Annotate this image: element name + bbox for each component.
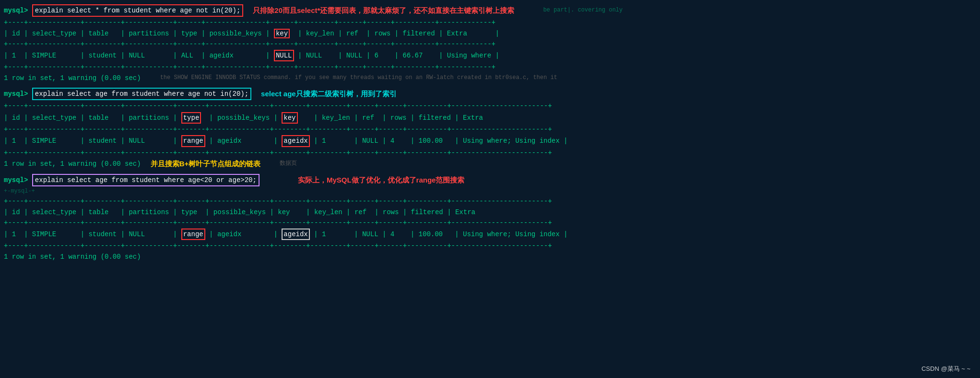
result-1: 1 row in set, 1 warning (0.00 sec) the S…: [0, 73, 980, 83]
result-2: 1 row in set, 1 warning (0.00 sec) 并且搜索B…: [0, 158, 980, 170]
annotation-1: 只排除20而且select*还需要回表，那就太麻烦了，还不如直接在主键索引树上搜…: [253, 5, 514, 16]
command-box-3: explain select age from student where ag…: [32, 174, 260, 186]
annotation-3: 实际上，MySQL做了优化，优化成了range范围搜索: [298, 175, 465, 185]
prompt-1: mysql>: [4, 6, 28, 15]
separator-1b: +----+-------------+---------+----------…: [0, 39, 980, 49]
table-header-1: | id | select_type | table | partitions …: [0, 28, 980, 39]
separator-2a: +----+-------------+---------+----------…: [0, 101, 980, 111]
annotation-2: select age只搜索二级索引树，用到了索引: [261, 89, 397, 99]
data-row-1: | 1 | SIMPLE | student | NULL | ALL | ag…: [0, 49, 980, 62]
prompt-2: mysql>: [4, 89, 28, 99]
separator-1a: +----+-------------+---------+----------…: [0, 17, 980, 28]
data-row-2: | 1 | SIMPLE | student | NULL | range | …: [0, 135, 980, 147]
side-note-1: be part|. covering only: [543, 6, 623, 14]
command-line-2: mysql> explain select age from student w…: [0, 87, 980, 101]
annotation-2b: 并且搜索B+树叶子节点组成的链表: [151, 159, 261, 169]
separator-3b: +----+-------------+---------+----------…: [0, 218, 980, 228]
command-box-2: explain select age from student where ag…: [32, 88, 251, 100]
blank-1: [0, 83, 980, 87]
blank-2: [0, 170, 980, 173]
data-row-3: | 1 | SIMPLE | student | NULL | range | …: [0, 228, 980, 241]
separator-1c: +----+-------------+---------+----------…: [0, 62, 980, 72]
separator-2c: +----+-------------+---------+----------…: [0, 148, 980, 158]
separator-2b: +----+-------------+---------+----------…: [0, 124, 980, 135]
command-line-1: mysql> explain select * from student whe…: [0, 4, 980, 17]
separator-3a: +----+-------------+---------+----------…: [0, 196, 980, 206]
table-header-3: | id | select_type | table | partitions …: [0, 207, 980, 218]
table-header-2: | id | select_type | table | partitions …: [0, 112, 980, 124]
terminal-window: mysql> explain select * from student whe…: [0, 0, 980, 378]
result-3: 1 row in set, 1 warning (0.00 sec): [0, 252, 980, 262]
bg-text-1: +-mysql-+: [0, 187, 980, 196]
watermark: CSDN @菜马 ~ ~: [921, 365, 970, 373]
command-line-3: mysql> explain select age from student w…: [0, 173, 980, 187]
prompt-3: mysql>: [4, 175, 28, 185]
command-box-1: explain select * from student where age …: [32, 4, 243, 17]
separator-3c: +----+-------------+---------+----------…: [0, 241, 980, 251]
